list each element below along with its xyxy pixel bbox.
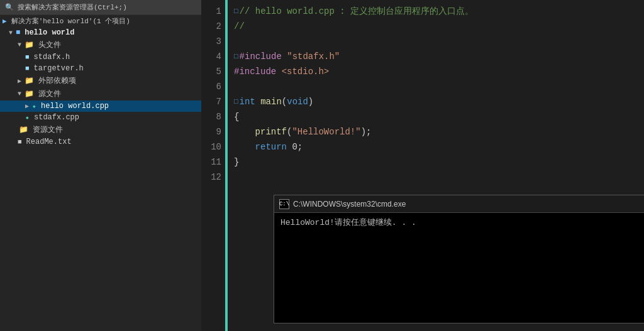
source-arrow: ▼	[18, 90, 21, 97]
cpp-expand-arrow: ▶	[25, 102, 29, 110]
expand-icon-4[interactable]: □	[234, 49, 238, 64]
line7-close: )	[308, 94, 313, 109]
sidebar-header: 🔍 搜索解决方案资源管理器(Ctrl+;)	[0, 0, 201, 15]
line7-void: void	[287, 94, 308, 109]
sidebar-header-title: 搜索解决方案资源管理器(Ctrl+;)	[18, 3, 127, 12]
solution-icon: ▶	[3, 17, 7, 25]
line9-open: (	[287, 124, 292, 139]
line4-file: "stdafx.h"	[287, 49, 340, 64]
file-stdafx-h[interactable]: ■ stdafx.h	[0, 52, 201, 63]
expand-icon-1[interactable]: □	[234, 4, 238, 19]
solution-label: 解决方案'hello world'(1 个项目)	[11, 16, 130, 26]
code-line-6	[234, 79, 644, 94]
project-arrow: ▼	[9, 30, 13, 36]
file-targetver-h[interactable]: ■ targetver.h	[0, 63, 201, 74]
line7-paren: (	[282, 94, 287, 109]
line5-file: <stdio.h>	[282, 64, 330, 79]
line8-brace: {	[234, 109, 239, 124]
editor-wrapper: 1 2 3 4 5 6 7 8 9 10 11 12 □ // hello wo…	[201, 0, 644, 331]
solution-item[interactable]: ▶ 解决方案'hello world'(1 个项目)	[0, 15, 201, 27]
code-line-10: return 0;	[234, 139, 644, 155]
resource-folder[interactable]: 📁 资源文件	[0, 123, 201, 136]
headers-label: 头文件	[38, 40, 61, 50]
code-line-7: □ int main(void)	[234, 94, 644, 109]
external-folder-icon: 📁	[25, 76, 34, 85]
source-label: 源文件	[38, 89, 61, 99]
line9-str: "HelloWorld!"	[292, 124, 360, 139]
file-stdafx-h-label: stdafx.h	[34, 53, 70, 62]
line10-val: 0;	[287, 139, 303, 155]
file-readme[interactable]: ■ ReadMe.txt	[0, 136, 201, 148]
file-readme-label: ReadMe.txt	[26, 138, 72, 146]
cmd-titlebar: C:\ C:\WINDOWS\system32\cmd.exe — □ ✕	[274, 195, 644, 213]
h-file-icon2: ■	[25, 65, 30, 72]
line7-main: main	[260, 94, 282, 109]
code-line-8: {	[234, 109, 644, 124]
cmd-body: HelloWorld!请按任意键继续. . .	[274, 213, 644, 323]
project-item[interactable]: ▼ ■ hello world	[0, 27, 201, 38]
code-line-12	[234, 170, 644, 185]
line-numbers: 1 2 3 4 5 6 7 8 9 10 11 12	[201, 0, 225, 331]
code-line-5: #include <stdio.h>	[234, 64, 644, 79]
file-stdafx-cpp-label: stdafx.cpp	[34, 113, 79, 122]
code-line-4: □ #include "stdafx.h"	[234, 49, 644, 64]
cpp-file-icon: ⬥	[32, 102, 36, 110]
expand-icon-7[interactable]: □	[234, 94, 238, 109]
source-folder[interactable]: ▼ 📁 源文件	[0, 87, 201, 100]
txt-file-icon: ■	[18, 138, 22, 146]
folder-icon: 📁	[25, 40, 34, 50]
line1-text: // hello world.cpp : 定义控制台应用程序的入口点。	[240, 4, 474, 19]
line2-text: //	[234, 19, 245, 34]
cmd-output: HelloWorld!请按任意键继续. . .	[280, 218, 416, 227]
code-line-11: }	[234, 155, 644, 170]
line11-brace: }	[234, 155, 239, 170]
code-line-9: printf("HelloWorld!");	[234, 124, 644, 139]
sidebar: 🔍 搜索解决方案资源管理器(Ctrl+;) ▶ 解决方案'hello world…	[0, 0, 201, 331]
project-name: hello world	[25, 28, 74, 37]
file-helloworld-cpp-label: hello world.cpp	[41, 102, 109, 111]
folder-arrow-down: ▼	[18, 41, 21, 48]
line4-include: #include	[240, 49, 287, 64]
cmd-icon: C:\	[279, 199, 289, 209]
external-label: 外部依赖项	[38, 75, 76, 86]
file-helloworld-cpp[interactable]: ▶ ⬥ hello world.cpp	[0, 100, 201, 112]
code-line-1: □ // hello world.cpp : 定义控制台应用程序的入口点。	[234, 4, 644, 19]
line10-return: return	[255, 139, 287, 155]
source-folder-icon: 📁	[25, 89, 34, 99]
cpp-file-icon2: ⬥	[25, 114, 30, 121]
line9-indent	[234, 124, 255, 139]
headers-folder[interactable]: ▼ 📁 头文件	[0, 38, 201, 52]
external-folder[interactable]: ▶ 📁 外部依赖项	[0, 74, 201, 87]
line9-end: );	[361, 124, 372, 139]
line7-int: int	[240, 94, 261, 109]
line5-include: #include	[234, 64, 282, 79]
cmd-title-text: C:\WINDOWS\system32\cmd.exe	[293, 200, 644, 209]
code-line-2: //	[234, 19, 644, 34]
resource-label: 资源文件	[33, 124, 63, 135]
external-arrow: ▶	[18, 77, 21, 85]
h-file-icon: ■	[25, 53, 30, 61]
cmd-window: C:\ C:\WINDOWS\system32\cmd.exe — □ ✕ He…	[274, 195, 644, 323]
file-stdafx-cpp[interactable]: ⬥ stdafx.cpp	[0, 112, 201, 123]
line9-printf: printf	[255, 124, 287, 139]
project-icon: ■	[16, 28, 20, 37]
line10-indent	[234, 139, 255, 155]
code-line-3	[234, 34, 644, 49]
file-targetver-h-label: targetver.h	[34, 64, 84, 73]
resource-folder-icon: 📁	[19, 125, 28, 134]
search-icon: 🔍	[5, 3, 14, 11]
